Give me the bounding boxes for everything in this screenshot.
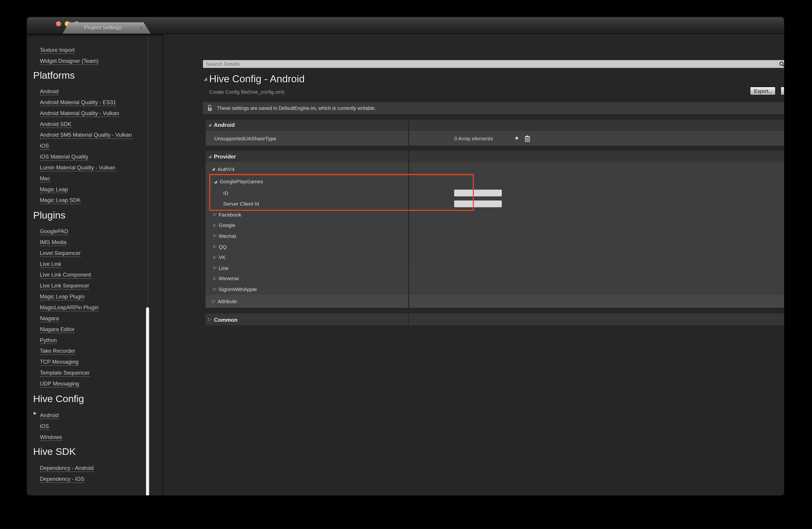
sidebar-item-ios-material-quality[interactable]: iOS Material Quality xyxy=(27,151,162,162)
sidebar-item-texture-import[interactable]: Texture Import xyxy=(27,45,162,56)
sidebar-scrollbar-thumb[interactable] xyxy=(146,307,149,495)
collapsed-arrow-icon[interactable]: ▷ xyxy=(214,223,217,227)
search-input[interactable] xyxy=(203,60,784,68)
sidebar-item-hive-config-windows[interactable]: Windows xyxy=(27,432,162,443)
create-config-file-link[interactable]: Create Config file(hive_config.xml) xyxy=(209,89,285,95)
project-settings-window: Project Settings × Texture Import Widget… xyxy=(27,17,784,495)
import-button[interactable]: Import... xyxy=(780,86,784,95)
sidebar-item-template-sequencer[interactable]: Template Sequencer xyxy=(27,367,162,378)
collapsed-arrow-icon[interactable]: ▷ xyxy=(214,276,217,281)
column-divider[interactable] xyxy=(408,151,409,308)
sidebar-heading-platforms: Platforms xyxy=(27,69,162,84)
row-qq[interactable]: ▷ QQ xyxy=(205,241,784,252)
sidebar-item-android-mq-vulkan[interactable]: Android Material Quality - Vulkan xyxy=(27,108,162,119)
sidebar-item-magic-leap-sdk[interactable]: Magic Leap SDK xyxy=(27,195,162,206)
server-client-id-input[interactable] xyxy=(454,201,502,208)
collapsed-arrow-icon[interactable]: ▷ xyxy=(214,244,217,248)
row-signinwithapple[interactable]: ▷ SignInWithApple xyxy=(205,284,784,295)
sidebar-item-niagara[interactable]: Niagara xyxy=(27,313,162,324)
sidebar-item-niagara-editor[interactable]: Niagara Editor xyxy=(27,324,162,335)
row-vk[interactable]: ▷ VK xyxy=(205,252,784,263)
sidebar-item-udp-messaging[interactable]: UDP Messaging xyxy=(27,378,162,389)
array-elements-count: 0 Array elements xyxy=(454,135,493,141)
sidebar-heading-hive-config: Hive Config xyxy=(27,392,162,406)
close-window-button[interactable] xyxy=(56,21,61,26)
selected-item-arrow-icon: ▶ xyxy=(34,411,37,416)
row-authv4[interactable]: AuthV4 xyxy=(205,162,784,175)
sidebar-item-dependency-ios[interactable]: Dependency - iOS xyxy=(27,473,162,484)
expanded-arrow-icon[interactable] xyxy=(208,155,212,158)
sidebar-heading-plugins: Plugins xyxy=(27,209,162,223)
row-line[interactable]: ▷ Line xyxy=(205,263,784,273)
row-googleplaygames-server-client-id[interactable]: Server Client Id xyxy=(205,198,784,209)
provider-rows: AuthV4 GooglePlayGames ID Server Client … xyxy=(205,162,784,308)
row-google[interactable]: ▷ Google xyxy=(205,220,784,231)
expanded-arrow-icon[interactable] xyxy=(208,123,212,127)
unlocked-padlock-icon xyxy=(207,104,213,112)
tab-title: Project Settings xyxy=(63,24,143,30)
sidebar-item-android-sdk[interactable]: Android SDK xyxy=(27,119,162,130)
sidebar-heading-hive-sdk: Hive SDK xyxy=(27,445,162,460)
sidebar-item-android-mq-es31[interactable]: Android Material Quality - ES31 xyxy=(27,97,162,108)
row-googleplaygames-id[interactable]: ID xyxy=(205,188,784,199)
sidebar-item-android[interactable]: Android xyxy=(27,86,162,97)
page-title: Hive Config - Android xyxy=(209,73,305,85)
collapsed-arrow-icon[interactable]: ▷ xyxy=(214,213,217,217)
notice-text: These settings are saved in DefaultEngin… xyxy=(217,105,376,111)
sidebar-item-magic-leap[interactable]: Magic Leap xyxy=(27,184,162,195)
title-bar: Project Settings × xyxy=(27,17,784,34)
sidebar-item-android-sm5-mq-vulkan[interactable]: Android SM5 Material Quality - Vulkan xyxy=(27,130,162,141)
row-unsupporteduasharetype[interactable]: UnsupportedUAShareType 0 Array elements … xyxy=(205,130,784,145)
row-facebook[interactable]: ▷ Facebook xyxy=(205,209,784,220)
column-divider[interactable] xyxy=(408,313,409,325)
expanded-arrow-icon[interactable] xyxy=(212,167,215,171)
screen: Project Settings × Texture Import Widget… xyxy=(0,0,812,529)
sidebar-item-magic-leap-plugin[interactable]: Magic Leap Plugin xyxy=(27,291,162,302)
search-icon[interactable] xyxy=(779,61,784,67)
column-divider[interactable] xyxy=(408,120,409,145)
tab-close-icon[interactable]: × xyxy=(139,24,142,30)
sidebar-item-hive-config-android[interactable]: ▶ Android xyxy=(27,410,162,421)
sidebar-item-take-recorder[interactable]: Take Recorder xyxy=(27,345,162,356)
sidebar-item-magicleaparpin-plugin[interactable]: MagicLeapARPin Plugin xyxy=(27,302,162,313)
sidebar-item-live-link-component[interactable]: Live Link Component xyxy=(27,270,162,281)
sidebar-item-python[interactable]: Python xyxy=(27,335,162,346)
sidebar-item-live-link-sequencer[interactable]: Live Link Sequencer xyxy=(27,280,162,291)
collapsed-arrow-icon[interactable]: ▷ xyxy=(214,255,217,259)
sidebar-item-widget-designer[interactable]: Widget Designer (Team) xyxy=(27,56,162,67)
row-wechat[interactable]: ▷ Wechat xyxy=(205,231,784,241)
row-weverse[interactable]: ▷ Weverse xyxy=(205,273,784,284)
sidebar-item-live-link[interactable]: Live Link xyxy=(27,259,162,270)
sidebar-item-dependency-android[interactable]: Dependency - Android xyxy=(27,462,162,473)
section-header-android[interactable]: Android xyxy=(205,120,784,130)
collapsed-arrow-icon[interactable]: ▷ xyxy=(212,299,216,303)
page-title-expanded-arrow-icon[interactable] xyxy=(203,77,207,81)
section-header-common[interactable]: ▷ Common xyxy=(205,313,784,325)
trash-icon[interactable] xyxy=(524,135,530,142)
expanded-arrow-icon[interactable] xyxy=(214,180,217,183)
collapsed-arrow-icon[interactable]: ▷ xyxy=(214,266,217,270)
sidebar-item-lumin-mq-vulkan[interactable]: Lumin Material Quality - Vulkan xyxy=(27,162,162,173)
settings-sidebar: Texture Import Widget Designer (Team) Pl… xyxy=(27,34,162,495)
tab-project-settings[interactable]: Project Settings × xyxy=(63,22,151,34)
sidebar-item-level-sequencer[interactable]: Level Sequencer xyxy=(27,248,162,259)
details-panel: ▾ Hive Config - Android Create Config fi… xyxy=(164,34,784,495)
export-button[interactable]: Export... xyxy=(750,86,776,95)
sidebar-item-img-media[interactable]: IMG Media xyxy=(27,237,162,248)
collapsed-arrow-icon[interactable]: ▷ xyxy=(214,234,217,238)
sidebar-item-mac[interactable]: Mac xyxy=(27,173,162,184)
section-header-provider[interactable]: Provider xyxy=(205,151,784,162)
sidebar-item-tcp-messaging[interactable]: TCP Messaging xyxy=(27,356,162,367)
collapsed-arrow-icon[interactable]: ▷ xyxy=(208,317,212,321)
id-input[interactable] xyxy=(454,190,502,197)
sidebar-item-hive-config-ios[interactable]: iOS xyxy=(27,421,162,432)
config-writable-notice: These settings are saved in DefaultEngin… xyxy=(203,102,784,114)
row-googleplaygames[interactable]: GooglePlayGames xyxy=(205,175,784,187)
collapsed-arrow-icon[interactable]: ▷ xyxy=(214,287,217,291)
sidebar-item-googlepad[interactable]: GooglePAD xyxy=(27,226,162,237)
sidebar-item-ios[interactable]: iOS xyxy=(27,140,162,151)
add-array-element-icon[interactable]: + xyxy=(514,135,519,141)
row-attribute[interactable]: ▷ Attribute xyxy=(205,295,784,308)
search-bar xyxy=(203,60,784,68)
